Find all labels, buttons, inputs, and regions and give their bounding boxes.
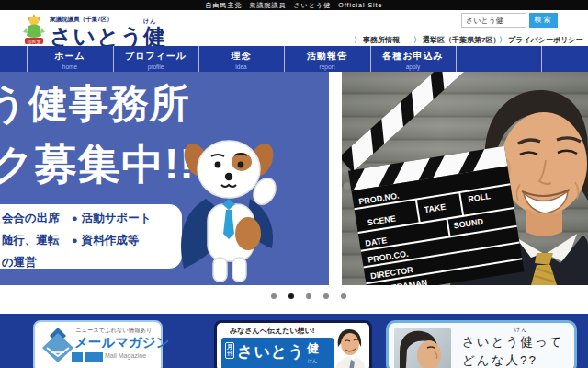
bullet-icon: ● xyxy=(72,213,78,224)
carousel-dot[interactable] xyxy=(323,293,329,299)
nav-item-report[interactable]: 活動報告 report xyxy=(284,46,370,72)
chevron-right-icon: 〉 xyxy=(499,36,506,44)
carousel-dot[interactable] xyxy=(306,293,311,299)
page: 自由民主党 衆議院議員 さいとう健 Official Site 自民党 衆議院議… xyxy=(0,0,588,368)
monthly-name: さいとう xyxy=(237,341,305,362)
duty-item: ●活動サポート xyxy=(72,211,152,226)
nav-item-idea[interactable]: 理念 idea xyxy=(198,46,284,72)
envelope-icon xyxy=(40,328,75,368)
duty-item: 随行、運転 xyxy=(2,233,60,248)
mail-logo-bar xyxy=(72,352,83,362)
site-header: 自民党 衆議院議員（千葉7区） さいとう健 けん 検索 〉事務所情報 〉選挙区（… xyxy=(0,10,588,46)
profile-card-line1: さいとう健って xyxy=(462,334,563,351)
chevron-right-icon: 〉 xyxy=(413,36,421,44)
duties-box: 会合の出席 随行、運転 の運営 ●活動サポート ●資料作成等 xyxy=(0,204,182,269)
profile-card-furigana: けん xyxy=(514,326,527,334)
monthly-card-tagline: みなさんへ伝えたい想い! xyxy=(230,326,314,336)
dog-mascot-illustration xyxy=(175,131,283,285)
duty-item: ●資料作成等 xyxy=(72,233,139,248)
nav-item-home[interactable]: ホーム home xyxy=(27,46,113,72)
hero-title-line2: ク募集中!! xyxy=(0,136,195,193)
nav-divider xyxy=(541,46,542,72)
mail-card-title: メールマガジン xyxy=(74,334,170,351)
profile-card-line2: どんな人?? xyxy=(462,352,537,368)
hero-title-line1: う健事務所 xyxy=(0,77,190,131)
hero-carousel: う健事務所 ク募集中!! 会合の出席 随行、運転 の運営 ●活動サポート ●資料… xyxy=(0,72,588,285)
duty-item: 会合の出席 xyxy=(2,211,60,226)
profile-card-photo xyxy=(394,328,451,368)
mail-magazine-card[interactable]: ニュースでふれない情報あり メールマガジン Mail Magazine xyxy=(33,320,163,368)
link-privacy-policy[interactable]: 〉プライバシーポリシー xyxy=(499,35,583,45)
carousel-dot-active[interactable] xyxy=(288,293,294,299)
monthly-card-photo xyxy=(331,327,368,368)
nav-item-profile[interactable]: プロフィール profile xyxy=(113,46,198,72)
header-links: 〉事務所情報 〉選挙区（千葉県第7区） 〉プライバシーポリシー xyxy=(0,35,588,46)
carousel-dot[interactable] xyxy=(271,293,277,299)
site-title-furigana: けん xyxy=(143,17,156,26)
mail-card-subtitle: Mail Magazine xyxy=(105,352,146,359)
monthly-title-box: 月刊 さいとう 健 けん xyxy=(221,338,334,368)
monthly-magazine-card[interactable]: みなさんへ伝えたい想い! 月刊 さいとう 健 けん xyxy=(214,320,372,368)
nav-divider xyxy=(456,46,457,72)
search-button[interactable]: 検索 xyxy=(529,13,558,28)
nav-item-apply[interactable]: 各種お申込み apply xyxy=(370,46,456,72)
carousel-slide-photo[interactable]: PROD.NO. SCENE TAKE ROLL DATE SOUND PROD… xyxy=(342,72,588,285)
clapperboard-illustration: PROD.NO. SCENE TAKE ROLL DATE SOUND PROD… xyxy=(342,72,544,285)
link-office-info[interactable]: 〉事務所情報 xyxy=(354,35,400,45)
carousel-dot[interactable] xyxy=(341,293,346,299)
profile-card[interactable]: さいとう健って けん どんな人?? xyxy=(386,320,577,368)
bullet-icon: ● xyxy=(72,235,78,246)
link-district[interactable]: 〉選挙区（千葉県第7区） xyxy=(413,35,500,45)
duty-item: の運営 xyxy=(2,255,37,270)
search-input[interactable] xyxy=(461,13,526,28)
monthly-prefix: 月刊 xyxy=(225,342,234,359)
monthly-furigana: けん xyxy=(308,358,317,363)
carousel-slide-recruit[interactable]: う健事務所 ク募集中!! 会合の出席 随行、運転 の運営 ●活動サポート ●資料… xyxy=(0,72,329,285)
main-nav: ホーム home プロフィール profile 理念 idea 活動報告 rep… xyxy=(0,46,588,72)
monthly-kanji: 健 xyxy=(307,340,319,357)
mail-logo-bar xyxy=(85,352,103,362)
chevron-right-icon: 〉 xyxy=(354,36,361,44)
top-bar: 自由民主党 衆議院議員 さいとう健 Official Site xyxy=(0,0,588,10)
top-bar-text: 自由民主党 衆議院議員 さいとう健 Official Site xyxy=(206,2,383,8)
